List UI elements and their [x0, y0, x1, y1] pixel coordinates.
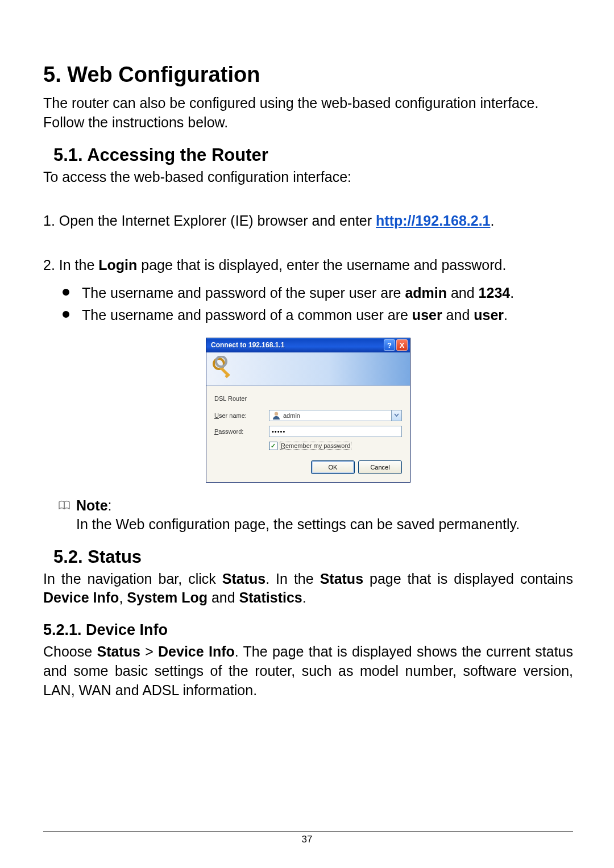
username-label-rest: ser name:: [219, 412, 247, 419]
heading-3-device-info: 5.2.1. Device Info: [43, 621, 573, 639]
di-a: Choose: [43, 643, 97, 659]
sp-b: Status: [222, 571, 265, 587]
list-item: The username and password of a common us…: [63, 305, 573, 325]
b2d: user: [474, 307, 504, 323]
router-url-link[interactable]: http://192.168.2.1: [376, 213, 490, 229]
step-2-a: 2. In the: [43, 257, 98, 273]
note-heading-row: Note:: [58, 497, 573, 514]
step-2: 2. In the Login page that is displayed, …: [43, 256, 573, 275]
xp-auth-dialog: Connect to 192.168.1.1 ? X DSL Router Us…: [206, 338, 410, 483]
help-button[interactable]: ?: [384, 339, 395, 351]
dialog-button-row: OK Cancel: [214, 460, 402, 474]
sp-f: Device Info: [43, 589, 119, 605]
b2c: and: [442, 307, 474, 323]
sp-c: . In the: [265, 571, 320, 587]
access-intro: To access the web-based configuration in…: [43, 168, 573, 187]
sp-i: and: [208, 589, 239, 605]
di-b: Status: [97, 643, 140, 659]
document-page: 5. Web Configuration The router can also…: [0, 0, 614, 868]
login-dialog-figure: Connect to 192.168.1.1 ? X DSL Router Us…: [43, 338, 573, 483]
username-accel: U: [214, 412, 219, 419]
note-word: Note: [76, 497, 108, 513]
spacer: [43, 239, 573, 248]
note-colon: :: [108, 497, 112, 513]
username-dropdown-button[interactable]: [391, 410, 401, 421]
step-1: 1. Open the Internet Explorer (IE) brows…: [43, 211, 573, 231]
dialog-title: Connect to 192.168.1.1: [211, 341, 284, 349]
list-item: The username and password of the super u…: [63, 283, 573, 303]
heading-1: 5. Web Configuration: [43, 63, 573, 87]
b1c: and: [447, 285, 479, 301]
step-2-login: Login: [98, 257, 137, 273]
dialog-banner: [206, 352, 410, 386]
spacer: [43, 194, 573, 203]
sp-d: Status: [320, 571, 363, 587]
realm-label: DSL Router: [214, 395, 402, 402]
titlebar-buttons: ? X: [384, 339, 408, 351]
username-input[interactable]: admin: [269, 410, 402, 421]
svg-point-4: [275, 412, 278, 416]
di-d: Device Info: [158, 643, 235, 659]
chevron-down-icon: [394, 413, 399, 418]
svg-point-3: [216, 356, 226, 367]
remember-checkbox[interactable]: ✓: [269, 442, 277, 450]
sp-e: page that is displayed contains: [363, 571, 573, 587]
username-value: admin: [283, 412, 391, 419]
b2e: .: [504, 307, 508, 323]
note-label: Note:: [76, 497, 112, 514]
cancel-button[interactable]: Cancel: [358, 460, 402, 474]
footer-rule: [43, 831, 573, 832]
username-label: User name:: [214, 412, 269, 419]
remember-row: ✓ Remember my password: [269, 442, 402, 450]
status-paragraph: In the navigation bar, click Status. In …: [43, 570, 573, 608]
device-info-paragraph: Choose Status > Device Info. The page th…: [43, 642, 573, 700]
dialog-body: DSL Router User name: admin: [206, 386, 410, 482]
b1a: The username and password of the super u…: [82, 285, 405, 301]
sp-g: ,: [119, 589, 127, 605]
note-text: In the Web configuration page, the setti…: [76, 515, 573, 534]
user-icon: [272, 411, 281, 420]
check-icon: ✓: [271, 443, 276, 448]
step-1-prefix: 1. Open the Internet Explorer (IE) brows…: [43, 213, 376, 229]
remember-label-rest: emember my password: [285, 442, 350, 449]
page-number: 37: [0, 834, 614, 845]
sp-a: In the navigation bar, click: [43, 571, 222, 587]
b1d: 1234: [479, 285, 511, 301]
intro-paragraph: The router can also be configured using …: [43, 94, 573, 132]
password-input[interactable]: •••••: [269, 426, 402, 437]
b1e: .: [510, 285, 514, 301]
b2a: The username and password of a common us…: [82, 307, 412, 323]
heading-2-status: 5.2. Status: [53, 547, 573, 567]
di-c: >: [140, 643, 158, 659]
close-button[interactable]: X: [396, 339, 408, 351]
sp-j: Statistics: [239, 589, 302, 605]
sp-k: .: [302, 589, 306, 605]
heading-2-accessing: 5.1. Accessing the Router: [53, 145, 573, 165]
remember-accel: R: [281, 442, 285, 449]
ok-button[interactable]: OK: [311, 460, 355, 474]
b1b: admin: [405, 285, 447, 301]
credentials-list: The username and password of the super u…: [63, 283, 573, 325]
password-row: Password: •••••: [214, 426, 402, 437]
keys-icon: [211, 356, 237, 382]
remember-label: Remember my password: [280, 442, 351, 450]
password-label-rest: assword:: [218, 428, 243, 435]
b2b: user: [412, 307, 442, 323]
password-label: Password:: [214, 428, 269, 435]
step-2-c: page that is displayed, enter the userna…: [137, 257, 506, 273]
dialog-titlebar: Connect to 192.168.1.1 ? X: [206, 338, 410, 352]
sp-h: System Log: [127, 589, 208, 605]
book-icon: [58, 500, 70, 510]
username-row: User name: admin: [214, 410, 402, 421]
step-1-suffix: .: [491, 213, 495, 229]
